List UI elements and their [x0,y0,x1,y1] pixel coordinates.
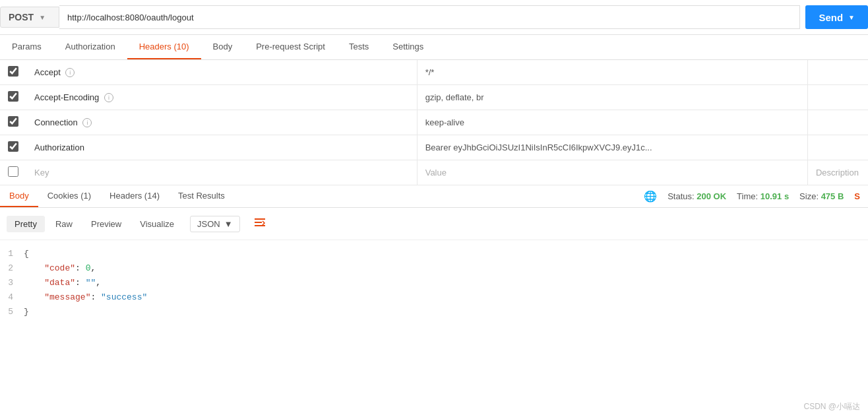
connection-checkbox[interactable] [8,116,18,127]
json-value-code: 0 [86,263,91,273]
checkbox-cell[interactable] [0,110,26,135]
checkbox-cell[interactable] [0,60,26,85]
format-chevron-icon: ▼ [224,219,233,229]
status-value: 200 OK [697,191,726,201]
accept-checkbox[interactable] [8,66,18,77]
header-row-connection: Connection i keep-alive [0,110,868,135]
request-tabs: Params Authorization Headers (10) Body P… [0,35,868,60]
checkbox-cell[interactable] [0,85,26,110]
response-tab-body[interactable]: Body [0,185,38,207]
wrap-icon [254,217,266,228]
response-tabs: Body Cookies (1) Headers (14) Test Resul… [0,185,868,208]
view-raw-button[interactable]: Raw [47,216,80,232]
line-num-1: 1 [0,247,24,261]
new-key-placeholder[interactable]: Key [26,160,417,185]
new-value-placeholder[interactable]: Value [417,160,807,185]
tab-prerequest[interactable]: Pre-request Script [244,35,337,59]
response-status-bar: 🌐 Status: 200 OK Time: 10.91 s Size: 475… [644,190,868,203]
accept-encoding-key: Accept-Encoding i [26,85,417,110]
line-num-5: 5 [0,305,24,319]
accept-value: */* [417,60,807,85]
connection-value: keep-alive [417,110,807,135]
tab-headers[interactable]: Headers (10) [127,35,201,59]
new-row-checkbox[interactable] [8,166,18,177]
view-pretty-button[interactable]: Pretty [7,216,45,232]
json-line-2: 2 "code": 0, [0,261,868,276]
authorization-checkbox[interactable] [8,141,18,152]
response-tab-headers[interactable]: Headers (14) [100,185,169,207]
header-row-new: Key Value Description [0,160,868,185]
json-value-data: "" [86,278,96,288]
accept-key: Accept i [26,60,417,85]
connection-info-icon[interactable]: i [82,118,92,127]
json-line-4: 4 "message": "success" [0,290,868,305]
url-input[interactable] [59,5,800,29]
json-value-message: "success" [101,292,147,302]
json-line-1: 1 { [0,247,868,261]
accept-encoding-checkbox[interactable] [8,91,18,102]
size-label: Size: 475 B [799,191,844,201]
connection-key: Connection i [26,110,417,135]
response-toolbar: Pretty Raw Preview Visualize JSON ▼ [0,208,868,240]
checkbox-cell[interactable] [0,160,26,185]
accept-desc [807,60,868,85]
svg-rect-2 [255,225,265,226]
s-badge[interactable]: S [854,191,860,201]
tab-tests[interactable]: Tests [337,35,381,59]
svg-rect-0 [255,218,265,220]
json-line-3: 3 "data": "", [0,276,868,290]
checkbox-cell[interactable] [0,135,26,160]
time-label: Time: 10.91 s [737,191,789,201]
line-num-4: 4 [0,290,24,305]
svg-rect-1 [255,222,262,223]
authorization-desc [807,135,868,160]
tab-params[interactable]: Params [0,35,53,59]
method-chevron-icon: ▼ [39,14,46,21]
json-viewer: 1 { 2 "code": 0, 3 "data": "", 4 "messag… [0,240,868,326]
header-row-accept: Accept i */* [0,60,868,85]
time-value: 10.91 s [760,191,789,201]
status-label: Status: 200 OK [667,191,726,201]
tab-settings[interactable]: Settings [381,35,435,59]
header-row-authorization: Authorization Bearer eyJhbGciOiJSUzI1NiI… [0,135,868,160]
globe-icon[interactable]: 🌐 [644,190,657,203]
response-tab-testresults[interactable]: Test Results [169,185,234,207]
headers-table: Accept i */* Accept-Encoding i gzip, def… [0,60,868,185]
accept-encoding-value: gzip, deflate, br [417,85,807,110]
view-preview-button[interactable]: Preview [83,216,129,232]
top-bar: POST ▼ Send ▼ [0,0,868,35]
connection-desc [807,110,868,135]
json-bracket-open: { [24,247,29,261]
authorization-key: Authorization [26,135,417,160]
accept-info-icon[interactable]: i [65,68,75,77]
json-key-data: "data" [44,278,75,288]
method-label: POST [9,12,34,22]
format-select[interactable]: JSON ▼ [190,216,240,232]
json-key-message: "message" [44,292,90,302]
json-line-5: 5 } [0,305,868,319]
view-visualize-button[interactable]: Visualize [132,216,182,232]
json-key-code: "code" [44,263,75,273]
send-label: Send [819,12,843,23]
new-desc-placeholder[interactable]: Description [807,160,868,185]
response-tab-cookies[interactable]: Cookies (1) [38,185,100,207]
authorization-value: Bearer eyJhbGciOiJSUzI1NiIsInR5cCI6IkpwX… [417,135,807,160]
send-chevron-icon: ▼ [848,14,855,21]
wrap-button[interactable] [248,213,272,234]
header-row-accept-encoding: Accept-Encoding i gzip, deflate, br [0,85,868,110]
line-num-2: 2 [0,261,24,276]
accept-encoding-info-icon[interactable]: i [104,93,113,102]
tab-authorization[interactable]: Authorization [53,35,127,59]
size-value: 475 B [821,191,844,201]
line-num-3: 3 [0,276,24,290]
method-select[interactable]: POST ▼ [0,7,59,28]
format-label: JSON [197,219,220,229]
tab-body[interactable]: Body [201,35,245,59]
send-button[interactable]: Send ▼ [805,5,868,29]
accept-encoding-desc [807,85,868,110]
json-bracket-close: } [24,305,29,319]
